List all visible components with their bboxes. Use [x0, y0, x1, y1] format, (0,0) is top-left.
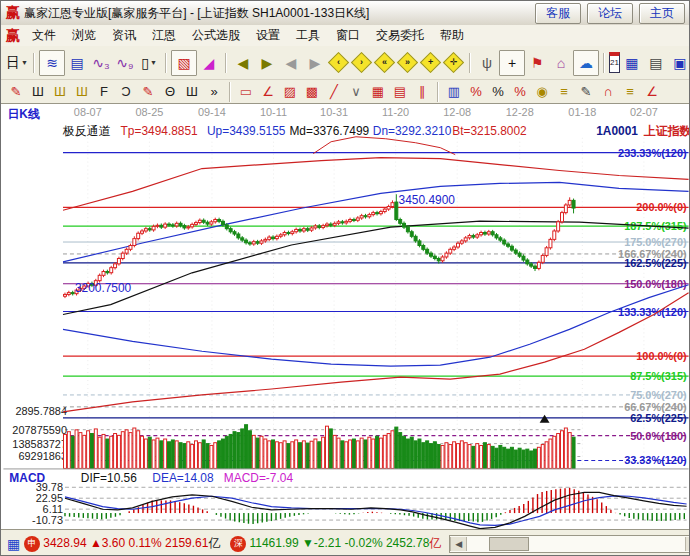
calculator-icon[interactable]: ▦: [620, 51, 644, 75]
volume-bar: [503, 447, 506, 468]
scroll-left-icon[interactable]: ◀: [450, 537, 467, 551]
diamond-compress-icon[interactable]: +: [420, 52, 441, 73]
menu-item-3[interactable]: 江恩: [144, 25, 184, 46]
titlebar-buttons: 客服论坛主页: [535, 3, 690, 24]
kline-chart-svg[interactable]: 08-0708-2509-1410-1110-3111-2012-0812-28…: [1, 104, 690, 529]
candle-body: [549, 239, 552, 247]
chart-area[interactable]: 08-0708-2509-1410-1110-3111-2012-0812-28…: [1, 104, 690, 529]
save-floppy-icon[interactable]: ▣: [668, 51, 690, 75]
candle-body: [468, 236, 471, 238]
diamond-prev-icon[interactable]: ‹: [328, 52, 349, 73]
scrollbar-thumb[interactable]: [489, 537, 529, 551]
calendar-21-icon[interactable]: 21: [609, 52, 620, 73]
parallel-lines-icon[interactable]: ∥: [411, 82, 433, 102]
forum-button[interactable]: 论坛: [587, 3, 633, 24]
red-grid2-icon[interactable]: ▤: [389, 82, 411, 102]
more-tools-icon[interactable]: »: [203, 82, 225, 102]
symbol-name: 上证指数: [643, 124, 690, 138]
draw-pen-icon[interactable]: ✎: [5, 82, 27, 102]
gann-comb-icon[interactable]: Ш: [27, 82, 49, 102]
diamond-next-icon[interactable]: ›: [351, 52, 372, 73]
volume-bar: [549, 439, 552, 468]
gold-circle-icon[interactable]: ◉: [531, 82, 553, 102]
gold-lines2-icon[interactable]: ≡: [619, 82, 641, 102]
candle-body: [456, 243, 459, 247]
menu-item-6[interactable]: 工具: [288, 25, 328, 46]
volume-bar: [98, 437, 101, 468]
crosshair-icon[interactable]: +: [499, 50, 525, 76]
gold-lines-icon[interactable]: ≡: [553, 82, 575, 102]
notepad-icon[interactable]: ▤: [644, 51, 668, 75]
scroll-right-icon[interactable]: ▶: [685, 537, 690, 551]
trend-lines-icon[interactable]: ≋: [39, 50, 65, 76]
percent-wave-icon[interactable]: %: [465, 82, 487, 102]
horizontal-scrollbar[interactable]: ◀ ▶: [449, 535, 690, 553]
date-tick: 10-31: [320, 106, 348, 118]
hand-drag-icon[interactable]: ψ: [475, 51, 499, 75]
flag-mark-icon[interactable]: ⚑: [525, 51, 549, 75]
volume-bar: [133, 428, 136, 468]
kline-period-icon[interactable]: 日▼: [5, 51, 29, 75]
date-tick: 08-25: [135, 106, 163, 118]
volume-bar: [164, 439, 167, 468]
color-fan-icon[interactable]: ◢: [197, 51, 221, 75]
menu-item-5[interactable]: 设置: [248, 25, 288, 46]
gold-comb2-icon[interactable]: Ш: [71, 82, 93, 102]
menu-item-7[interactable]: 窗口: [328, 25, 368, 46]
pattern-icon[interactable]: ▧: [171, 50, 197, 76]
hat-tool-icon[interactable]: ⌂: [549, 51, 573, 75]
first-page-icon[interactable]: ◀: [231, 51, 255, 75]
box-ruler-icon[interactable]: ▭: [235, 82, 257, 102]
symbol-code: 1A0001: [596, 124, 638, 138]
last-page-icon[interactable]: ▶: [255, 51, 279, 75]
menu-item-0[interactable]: 文件: [24, 25, 64, 46]
candle-style-icon[interactable]: ▯▼: [137, 51, 161, 75]
menu-item-2[interactable]: 资讯: [104, 25, 144, 46]
menu-item-8[interactable]: 交易委托: [368, 25, 432, 46]
service-button[interactable]: 客服: [535, 3, 581, 24]
menu-item-1[interactable]: 浏览: [64, 25, 104, 46]
calendar-grid-icon[interactable]: ▦: [7, 536, 20, 552]
fan-lines-icon[interactable]: ∠: [257, 82, 279, 102]
sh-change: 3.60: [102, 536, 125, 550]
v-shape-icon[interactable]: ∨: [345, 82, 367, 102]
volume-bar: [526, 449, 529, 468]
info-doc-icon[interactable]: ▤: [65, 51, 89, 75]
spiral-comb-icon[interactable]: Ɔ: [115, 82, 137, 102]
hatch-box2-icon[interactable]: ▩: [301, 82, 323, 102]
slash-lines-icon[interactable]: ╱: [323, 82, 345, 102]
page-forward-icon[interactable]: ▶: [303, 51, 327, 75]
candle-body: [553, 231, 556, 239]
candle-body: [541, 255, 544, 262]
brain-map-icon[interactable]: ☁: [573, 50, 599, 76]
comb-plain-icon[interactable]: Ш: [181, 82, 203, 102]
home-button[interactable]: 主页: [639, 3, 685, 24]
arc-tool-icon[interactable]: ∩: [597, 82, 619, 102]
sh-index-quote[interactable]: 3428.94 ▲3.60 0.11% 2159.61亿: [43, 535, 220, 552]
diamond-fast-prev-icon[interactable]: «: [374, 52, 395, 73]
volume-bar: [464, 443, 467, 469]
percent-lines-icon[interactable]: %: [509, 82, 531, 102]
red-grid-icon[interactable]: ▦: [367, 82, 389, 102]
candle-body: [67, 293, 70, 295]
menu-item-4[interactable]: 公式选股: [184, 25, 248, 46]
pen-bars-icon[interactable]: ✎: [575, 82, 597, 102]
hatch-box-icon[interactable]: ▨: [279, 82, 301, 102]
volume-bar: [225, 436, 228, 468]
minute9-chart-icon[interactable]: ∿₉: [113, 51, 137, 75]
gold-comb-icon[interactable]: Ш: [49, 82, 71, 102]
sz-index-quote[interactable]: 11461.99 ▼-2.21 -0.02% 2452.78亿: [249, 535, 441, 552]
pen-comb-icon[interactable]: ✎: [137, 82, 159, 102]
percent-icon[interactable]: %: [487, 82, 509, 102]
blue-bars-icon[interactable]: ▥: [443, 82, 465, 102]
minute3-chart-icon[interactable]: ∿₃: [89, 51, 113, 75]
diamond-expand-icon[interactable]: ✛: [443, 52, 464, 73]
diamond-fast-next-icon[interactable]: »: [397, 52, 418, 73]
angle-tool-icon[interactable]: ∠: [641, 82, 663, 102]
page-back-icon[interactable]: ◀: [279, 51, 303, 75]
menu-item-9[interactable]: 帮助: [432, 25, 472, 46]
volume-bar: [71, 436, 74, 468]
volume-bar: [430, 444, 433, 469]
time-window-icon[interactable]: Θ: [159, 82, 181, 102]
f-comb-icon[interactable]: F: [93, 82, 115, 102]
